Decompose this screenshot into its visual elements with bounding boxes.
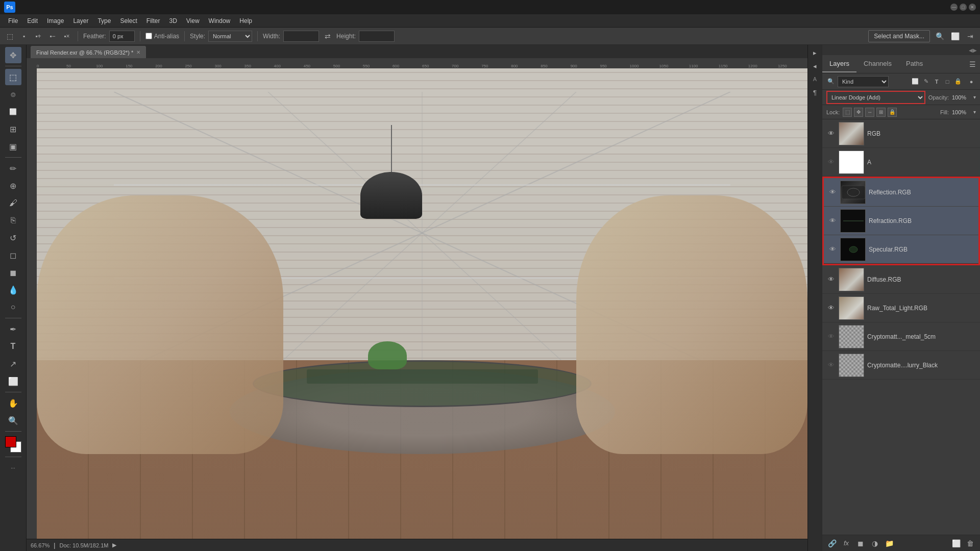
- share-icon[interactable]: ⇥: [965, 31, 976, 42]
- lock-transparent-btn[interactable]: ⬚: [843, 108, 852, 117]
- stamp-tool[interactable]: ⎘: [5, 212, 21, 229]
- screen-mode-icon[interactable]: ⬜: [949, 31, 961, 42]
- channels-tab[interactable]: Channels: [856, 56, 899, 72]
- menu-image[interactable]: Image: [43, 16, 68, 26]
- gradient-tool[interactable]: ◼: [5, 264, 21, 281]
- opacity-dropdown-arrow[interactable]: ▾: [973, 94, 976, 100]
- height-input[interactable]: [359, 31, 395, 42]
- menu-edit[interactable]: Edit: [23, 16, 42, 26]
- layer-item-cryptomatte-lurry[interactable]: 👁 Cryptomatte....lurry_Black: [822, 351, 980, 380]
- fx-icon[interactable]: fx: [841, 538, 852, 549]
- marquee-rect-icon[interactable]: ▪: [18, 31, 30, 42]
- visibility-rgb[interactable]: 👁: [826, 129, 836, 138]
- lock-position-btn[interactable]: ↔: [865, 108, 874, 117]
- path-select-tool[interactable]: ↗: [5, 356, 21, 372]
- filter-type-icon[interactable]: T: [932, 77, 941, 86]
- menu-select[interactable]: Select: [116, 16, 141, 26]
- swap-dimensions-icon[interactable]: ⇄: [322, 31, 333, 42]
- close-button[interactable]: ✕: [969, 4, 976, 11]
- menu-type[interactable]: Type: [93, 16, 115, 26]
- fill-value[interactable]: 100%: [952, 109, 970, 115]
- visibility-cryptomatt-metal[interactable]: 👁: [826, 332, 836, 341]
- layer-item-a[interactable]: 👁 A: [822, 148, 980, 177]
- menu-help[interactable]: Help: [235, 16, 256, 26]
- new-layer-icon[interactable]: ⬜: [950, 538, 962, 549]
- anti-alias-checkbox[interactable]: [145, 33, 152, 39]
- foreground-color-swatch[interactable]: [5, 436, 16, 447]
- paths-tab[interactable]: Paths: [899, 56, 930, 72]
- visibility-specular[interactable]: 👁: [828, 245, 837, 254]
- layer-item-cryptomatt-metal[interactable]: 👁 Cryptomatt..._metal_5cm: [822, 322, 980, 351]
- visibility-cryptomatte-lurry[interactable]: 👁: [826, 361, 836, 370]
- active-tab[interactable]: Final Render.exr @ 66.7% (RGB/32*) * ✕: [31, 46, 146, 58]
- move-tool[interactable]: ✥: [5, 47, 21, 63]
- tab-close-icon[interactable]: ✕: [136, 49, 140, 55]
- add-mask-icon[interactable]: ◼: [855, 538, 866, 549]
- layer-item-reflection[interactable]: 👁 Reflection.RGB: [824, 178, 978, 207]
- anti-alias-label[interactable]: Anti-alias: [145, 33, 179, 40]
- foreground-background-colors[interactable]: [5, 436, 21, 453]
- marquee-tool-options-icon[interactable]: ⬚: [4, 31, 15, 42]
- filter-toggle-icon[interactable]: ●: [967, 77, 976, 86]
- menu-window[interactable]: Window: [205, 16, 235, 26]
- visibility-a[interactable]: 👁: [826, 158, 836, 167]
- filter-pixel-icon[interactable]: ⬜: [911, 77, 920, 86]
- select-and-mask-button[interactable]: Select and Mask...: [868, 30, 930, 42]
- filter-adjustment-icon[interactable]: ✎: [921, 77, 930, 86]
- filter-shape-icon[interactable]: □: [943, 77, 952, 86]
- layers-tab[interactable]: Layers: [822, 56, 856, 72]
- visibility-refraction[interactable]: 👁: [828, 216, 837, 226]
- text-tool[interactable]: T: [5, 338, 21, 355]
- feather-input[interactable]: [109, 31, 135, 42]
- delete-layer-icon[interactable]: 🗑: [965, 538, 976, 549]
- crop-tool[interactable]: ⊞: [5, 121, 21, 137]
- marquee-subtract-icon[interactable]: ▪−: [47, 31, 58, 42]
- lock-all-btn[interactable]: 🔒: [888, 108, 897, 117]
- marquee-intersect-icon[interactable]: ▪×: [61, 31, 72, 42]
- blur-tool[interactable]: 💧: [5, 282, 21, 298]
- hand-tool[interactable]: ✋: [5, 395, 21, 411]
- extra-tools[interactable]: ···: [5, 460, 21, 476]
- style-select[interactable]: Normal Fixed Ratio Fixed Size: [208, 31, 252, 42]
- panel-options-button[interactable]: ☰: [969, 60, 976, 68]
- new-group-icon[interactable]: 📁: [884, 538, 895, 549]
- minimize-button[interactable]: —: [950, 4, 958, 11]
- filter-search-icon[interactable]: 🔍: [826, 77, 836, 86]
- side-history-icon[interactable]: ◂: [810, 60, 821, 71]
- menu-file[interactable]: File: [4, 16, 22, 26]
- filter-smart-icon[interactable]: 🔒: [953, 77, 963, 86]
- layer-item-diffuse[interactable]: 👁 Diffuse.RGB: [822, 265, 980, 294]
- visibility-raw-total[interactable]: 👁: [826, 304, 836, 313]
- side-paragraph-icon[interactable]: ¶: [810, 87, 821, 98]
- collapse-icon[interactable]: ◀▶: [969, 47, 977, 53]
- layer-item-refraction[interactable]: 👁 Refraction.RGB: [824, 207, 978, 235]
- filter-type-select[interactable]: Kind Name Effect Mode Attribute Color: [838, 76, 889, 87]
- menu-layer[interactable]: Layer: [69, 16, 92, 26]
- layer-item-specular[interactable]: 👁 Specular.RGB: [824, 235, 978, 264]
- pen-tool[interactable]: ✒: [5, 321, 21, 337]
- menu-3d[interactable]: 3D: [165, 16, 181, 26]
- history-brush-tool[interactable]: ↺: [5, 230, 21, 246]
- eraser-tool[interactable]: ◻: [5, 247, 21, 263]
- shape-tool[interactable]: ⬜: [5, 373, 21, 389]
- marquee-tool[interactable]: ⬚: [5, 69, 21, 85]
- blend-mode-select[interactable]: Linear Dodge (Add) Normal Multiply Scree…: [827, 92, 924, 103]
- zoom-tool[interactable]: 🔍: [5, 412, 21, 429]
- new-adjustment-icon[interactable]: ◑: [869, 538, 880, 549]
- search-icon[interactable]: 🔍: [934, 31, 945, 42]
- eyedropper-tool[interactable]: ✏: [5, 160, 21, 177]
- visibility-diffuse[interactable]: 👁: [826, 275, 836, 284]
- object-select-tool[interactable]: ⬜: [5, 104, 21, 120]
- layer-item-rgb[interactable]: 👁 RGB: [822, 119, 980, 148]
- frame-tool[interactable]: ▣: [5, 138, 21, 155]
- visibility-reflection[interactable]: 👁: [828, 188, 837, 197]
- canvas-area[interactable]: 0501001502002503003504004505005506006507…: [27, 58, 807, 539]
- menu-filter[interactable]: Filter: [142, 16, 164, 26]
- lock-image-btn[interactable]: ✥: [854, 108, 863, 117]
- opacity-value[interactable]: 100%: [952, 94, 970, 101]
- marquee-add-icon[interactable]: ▪+: [33, 31, 44, 42]
- brush-tool[interactable]: 🖌: [5, 195, 21, 211]
- lock-artboard-btn[interactable]: ⊞: [876, 108, 886, 117]
- spot-heal-tool[interactable]: ⊕: [5, 178, 21, 194]
- side-move-icon[interactable]: ▸: [810, 47, 821, 58]
